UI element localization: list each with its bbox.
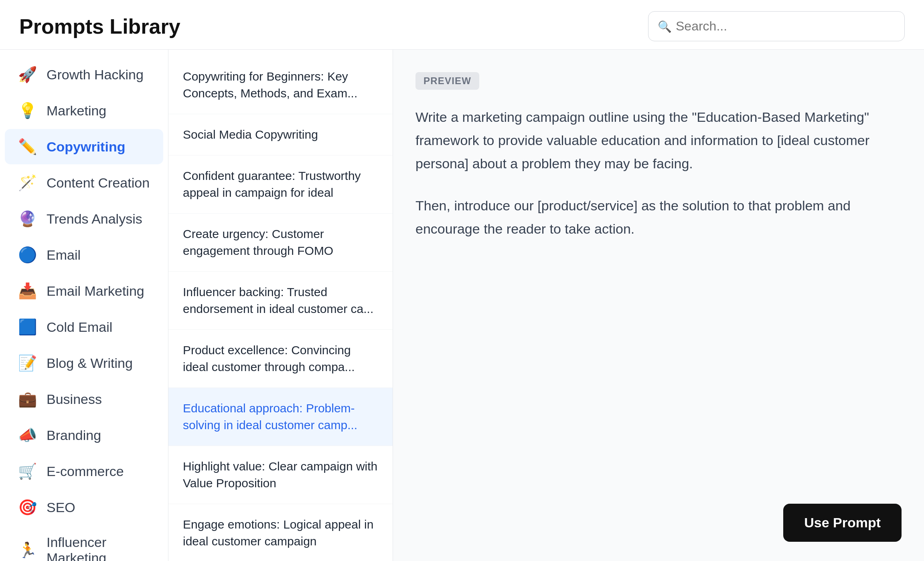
sidebar-item-trends-analysis[interactable]: 🔮 Trends Analysis: [5, 201, 163, 236]
prompt-item-5[interactable]: Influencer backing: Trusted endorsement …: [168, 272, 393, 330]
search-input[interactable]: [648, 11, 905, 41]
preview-badge: PREVIEW: [415, 72, 479, 90]
growth-hacking-icon: 🚀: [18, 66, 37, 83]
prompt-list: Copywriting for Beginners: Key Concepts,…: [168, 50, 393, 561]
sidebar-item-influencer-marketing[interactable]: 🏃 Influencer Marketing: [5, 526, 163, 561]
sidebar-label-email: Email: [47, 247, 81, 263]
sidebar-item-ecommerce[interactable]: 🛒 E-commerce: [5, 454, 163, 489]
influencer-marketing-icon: 🏃: [18, 541, 37, 559]
sidebar-label-blog-writing: Blog & Writing: [47, 355, 133, 371]
header: Prompts Library 🔍: [0, 0, 924, 50]
sidebar-item-email[interactable]: 🔵 Email: [5, 237, 163, 272]
sidebar-label-marketing: Marketing: [47, 103, 106, 119]
sidebar-item-content-creation[interactable]: 🪄 Content Creation: [5, 165, 163, 200]
prompt-item-2[interactable]: Social Media Copywriting: [168, 114, 393, 155]
sidebar-item-email-marketing[interactable]: 📥 Email Marketing: [5, 273, 163, 309]
prompt-item-3[interactable]: Confident guarantee: Trustworthy appeal …: [168, 155, 393, 214]
preview-paragraph: Write a marketing campaign outline using…: [415, 106, 902, 175]
blog-writing-icon: 📝: [18, 354, 37, 372]
preview-paragraph: Then, introduce our [product/service] as…: [415, 194, 902, 241]
prompt-item-6[interactable]: Product excellence: Convincing ideal cus…: [168, 330, 393, 388]
sidebar-label-content-creation: Content Creation: [47, 175, 150, 191]
trends-analysis-icon: 🔮: [18, 210, 37, 228]
sidebar-label-influencer-marketing: Influencer Marketing: [47, 535, 150, 561]
sidebar-item-copywriting[interactable]: ✏️ Copywriting: [5, 129, 163, 164]
prompt-item-1[interactable]: Copywriting for Beginners: Key Concepts,…: [168, 56, 393, 114]
prompt-item-7[interactable]: Educational approach: Problem-solving in…: [168, 388, 393, 446]
sidebar-item-marketing[interactable]: 💡 Marketing: [5, 93, 163, 128]
marketing-icon: 💡: [18, 102, 37, 119]
sidebar-item-blog-writing[interactable]: 📝 Blog & Writing: [5, 345, 163, 381]
prompt-item-9[interactable]: Engage emotions: Logical appeal in ideal…: [168, 504, 393, 561]
sidebar-item-seo[interactable]: 🎯 SEO: [5, 490, 163, 525]
ecommerce-icon: 🛒: [18, 462, 37, 480]
sidebar-label-copywriting: Copywriting: [47, 139, 125, 155]
prompt-item-4[interactable]: Create urgency: Customer engagement thro…: [168, 214, 393, 272]
seo-icon: 🎯: [18, 498, 37, 516]
content-creation-icon: 🪄: [18, 174, 37, 192]
email-icon: 🔵: [18, 246, 37, 264]
copywriting-icon: ✏️: [18, 138, 37, 155]
search-container: 🔍: [648, 11, 905, 41]
branding-icon: 📣: [18, 426, 37, 444]
preview-panel: PREVIEW Write a marketing campaign outli…: [393, 50, 924, 561]
sidebar: 🚀 Growth Hacking 💡 Marketing ✏️ Copywrit…: [0, 50, 168, 561]
search-icon: 🔍: [658, 20, 672, 33]
sidebar-item-business[interactable]: 💼 Business: [5, 381, 163, 417]
sidebar-label-ecommerce: E-commerce: [47, 464, 124, 479]
page-title: Prompts Library: [19, 14, 180, 38]
sidebar-label-trends-analysis: Trends Analysis: [47, 211, 142, 227]
sidebar-label-growth-hacking: Growth Hacking: [47, 67, 144, 83]
main-content: 🚀 Growth Hacking 💡 Marketing ✏️ Copywrit…: [0, 50, 924, 561]
preview-text: Write a marketing campaign outline using…: [415, 106, 902, 545]
sidebar-item-cold-email[interactable]: 🟦 Cold Email: [5, 309, 163, 345]
sidebar-label-seo: SEO: [47, 500, 75, 515]
sidebar-label-email-marketing: Email Marketing: [47, 283, 144, 299]
cold-email-icon: 🟦: [18, 318, 37, 336]
email-marketing-icon: 📥: [18, 282, 37, 300]
sidebar-label-cold-email: Cold Email: [47, 319, 112, 335]
sidebar-item-branding[interactable]: 📣 Branding: [5, 418, 163, 453]
business-icon: 💼: [18, 390, 37, 408]
use-prompt-button[interactable]: Use Prompt: [783, 504, 902, 542]
sidebar-label-branding: Branding: [47, 428, 101, 443]
sidebar-item-growth-hacking[interactable]: 🚀 Growth Hacking: [5, 57, 163, 92]
sidebar-label-business: Business: [47, 391, 102, 407]
prompt-item-8[interactable]: Highlight value: Clear campaign with Val…: [168, 446, 393, 504]
